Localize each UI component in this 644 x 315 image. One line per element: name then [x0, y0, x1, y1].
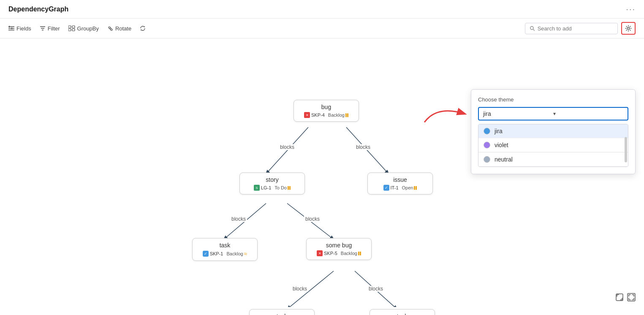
toolbar-right — [525, 22, 636, 35]
node-somebug-meta: ✕ SKP-5 Backlog — [317, 250, 361, 256]
edge-label-2: blocks — [355, 144, 372, 150]
filter-button[interactable]: Filter — [40, 25, 60, 32]
node-task1-title: task — [220, 242, 231, 249]
rotate-icon — [107, 25, 113, 31]
search-box[interactable] — [525, 23, 618, 34]
node-issue-title: issue — [393, 176, 407, 183]
edge-label-1: blocks — [279, 144, 296, 150]
svg-rect-11 — [72, 29, 75, 31]
neutral-label: neutral — [495, 156, 513, 163]
gear-icon — [625, 25, 632, 32]
node-somebug-status: Backlog — [341, 251, 361, 256]
expand-icon[interactable] — [615, 293, 624, 303]
node-somebug-title: some bug — [326, 242, 352, 249]
bug-type-icon: ✕ — [304, 112, 310, 118]
graph-canvas: blocks blocks blocks blocks blocks block… — [0, 38, 644, 307]
theme-panel: Choose theme jira ▾ jira violet neutral — [471, 89, 636, 174]
edge-label-3: blocks — [230, 216, 247, 222]
arrow-annotation — [420, 101, 471, 128]
theme-selected-value: jira — [483, 110, 553, 117]
issue-type-icon: ✓ — [383, 185, 389, 191]
chevron-down-icon: ▾ — [553, 111, 623, 117]
theme-panel-title: Choose theme — [478, 96, 628, 103]
svg-point-14 — [530, 26, 533, 29]
theme-option-neutral[interactable]: neutral — [478, 152, 628, 167]
node-task30-title: task — [277, 313, 288, 315]
node-bug-status: Backlog — [328, 112, 348, 118]
fullscreen-icon[interactable] — [627, 293, 636, 303]
toolbar: Fields Filter GroupBy Rotate — [0, 19, 644, 38]
groupby-label: GroupBy — [77, 25, 99, 32]
search-icon — [530, 25, 535, 31]
somebug-type-icon: ✕ — [317, 250, 323, 256]
node-task1-status: Backlog ≈ — [226, 250, 247, 257]
svg-rect-10 — [72, 26, 75, 28]
node-somebug-id: ✕ SKP-5 — [317, 250, 337, 256]
groupby-icon — [68, 25, 75, 31]
theme-option-violet[interactable]: violet — [478, 138, 628, 152]
settings-button[interactable] — [621, 22, 636, 35]
node-task31[interactable]: task ✓ SKP-31 Backlog — [370, 309, 435, 315]
app-title: DependencyGraph — [8, 5, 68, 13]
svg-line-17 — [266, 127, 308, 174]
svg-rect-8 — [68, 26, 71, 28]
sync-button[interactable] — [140, 25, 146, 31]
node-somebug[interactable]: some bug ✕ SKP-5 Backlog — [306, 238, 372, 260]
node-story[interactable]: story S LG-1 To Do — [239, 173, 305, 194]
rotate-button[interactable]: Rotate — [107, 25, 131, 32]
neutral-color-dot — [484, 156, 490, 163]
violet-color-dot — [484, 142, 490, 148]
svg-line-18 — [346, 127, 389, 174]
story-type-icon: S — [254, 185, 260, 191]
svg-point-13 — [111, 29, 112, 30]
fields-button[interactable]: Fields — [8, 25, 31, 32]
app-header: DependencyGraph ··· — [0, 0, 644, 19]
edge-label-6: blocks — [367, 286, 384, 292]
edge-label-4: blocks — [304, 216, 321, 222]
sync-icon — [140, 25, 146, 31]
fields-label: Fields — [16, 25, 31, 32]
node-story-status: To Do — [274, 185, 291, 190]
filter-icon — [40, 25, 46, 31]
fields-icon — [8, 25, 14, 31]
node-story-title: story — [266, 176, 278, 183]
jira-color-dot — [484, 128, 490, 134]
svg-rect-9 — [68, 29, 71, 31]
groupby-button[interactable]: GroupBy — [68, 25, 99, 32]
node-issue[interactable]: issue ✓ IT-1 Open — [367, 173, 433, 194]
filter-label: Filter — [48, 25, 60, 32]
node-bug-id: ✕ SKP-4 — [304, 112, 325, 118]
node-bug-meta: ✕ SKP-4 Backlog — [304, 112, 348, 118]
node-issue-id: ✓ IT-1 — [383, 185, 399, 191]
node-issue-meta: ✓ IT-1 Open — [383, 185, 417, 191]
node-task1-id: ✓ SKP-1 — [203, 251, 223, 257]
svg-point-12 — [109, 27, 110, 28]
svg-point-16 — [628, 27, 630, 30]
scrollbar — [625, 137, 627, 162]
violet-label: violet — [495, 142, 508, 148]
theme-options-list: jira violet neutral — [478, 124, 628, 167]
node-task30[interactable]: task ✓ SKP-30 Backlog — [249, 309, 315, 315]
node-task1-meta: ✓ SKP-1 Backlog ≈ — [203, 250, 247, 257]
rotate-label: Rotate — [115, 25, 131, 32]
edge-label-5: blocks — [291, 286, 308, 292]
bottom-icons — [615, 293, 636, 303]
theme-select-display[interactable]: jira ▾ — [478, 107, 628, 121]
search-input[interactable] — [538, 25, 613, 32]
more-options-button[interactable]: ··· — [626, 4, 636, 14]
node-task1[interactable]: task ✓ SKP-1 Backlog ≈ — [192, 238, 258, 261]
jira-label: jira — [495, 128, 503, 134]
node-bug[interactable]: bug ✕ SKP-4 Backlog — [293, 100, 359, 122]
node-task31-title: task — [397, 313, 408, 315]
node-story-id: S LG-1 — [254, 185, 271, 191]
node-story-meta: S LG-1 To Do — [254, 185, 291, 191]
task1-type-icon: ✓ — [203, 251, 209, 257]
svg-line-15 — [533, 29, 535, 30]
node-bug-title: bug — [321, 104, 331, 110]
node-issue-status: Open — [402, 185, 417, 190]
theme-option-jira[interactable]: jira — [478, 124, 628, 138]
